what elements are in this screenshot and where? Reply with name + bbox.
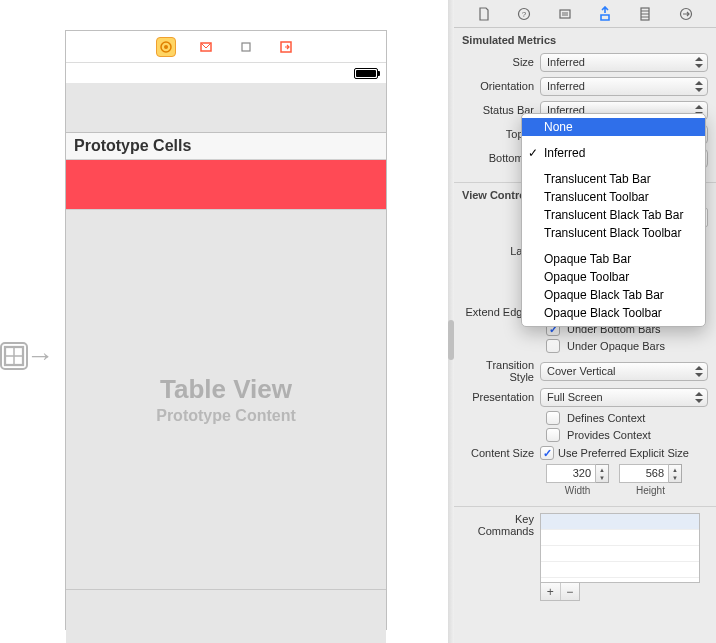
connections-inspector-tab[interactable] — [677, 5, 695, 23]
size-inspector-tab[interactable] — [636, 5, 654, 23]
checkmark-icon: ✓ — [528, 146, 538, 160]
dropdown-item[interactable]: Translucent Tab Bar — [522, 170, 705, 188]
add-button[interactable]: + — [541, 583, 561, 600]
canvas-area[interactable]: → Prototype Cells Table View — [0, 0, 448, 643]
exit-icon[interactable] — [276, 37, 296, 57]
svg-point-4 — [164, 45, 168, 49]
use-preferred-size-checkbox[interactable] — [540, 446, 554, 460]
inspector-tabs: ? — [454, 0, 716, 28]
transition-style-select[interactable]: Cover Vertical — [540, 362, 708, 381]
attributes-inspector-tab[interactable] — [596, 5, 614, 23]
scene-entry-arrow[interactable]: → — [0, 340, 54, 372]
key-commands-list[interactable] — [540, 513, 700, 583]
width-caption: Width — [565, 485, 591, 496]
width-stepper[interactable]: 320 ▲▼ — [546, 464, 609, 483]
table-body-placeholder: Table View Prototype Content — [66, 210, 386, 590]
provides-context-checkbox[interactable] — [546, 428, 560, 442]
simulated-status-bar — [66, 63, 386, 83]
battery-icon — [354, 68, 378, 79]
arrow-right-icon: → — [26, 340, 54, 372]
dropdown-item[interactable]: Translucent Toolbar — [522, 188, 705, 206]
dropdown-item[interactable]: Opaque Black Tab Bar — [522, 286, 705, 304]
presentation-label: Presentation — [462, 391, 540, 403]
size-select[interactable]: Inferred — [540, 53, 708, 72]
list-item[interactable] — [541, 530, 699, 546]
scene-toolbar — [66, 31, 386, 63]
orientation-label: Orientation — [462, 80, 540, 92]
dropdown-item[interactable]: Translucent Black Tab Bar — [522, 206, 705, 224]
svg-text:?: ? — [522, 10, 527, 19]
entry-point-icon — [0, 342, 28, 370]
dropdown-item-inferred[interactable]: ✓Inferred — [522, 144, 705, 162]
content-size-label: Content Size — [462, 447, 540, 459]
section-title: Simulated Metrics — [462, 34, 708, 46]
size-label: Size — [462, 56, 540, 68]
table-placeholder-subtitle: Prototype Content — [156, 407, 296, 425]
exit-placeholder-icon[interactable] — [236, 37, 256, 57]
under-opaque-bars-checkbox[interactable] — [546, 339, 560, 353]
svg-rect-8 — [242, 43, 250, 51]
height-value[interactable]: 568 — [619, 464, 669, 483]
remove-button[interactable]: − — [561, 583, 580, 600]
width-value[interactable]: 320 — [546, 464, 596, 483]
height-caption: Height — [636, 485, 665, 496]
dropdown-item-none[interactable]: None — [522, 118, 705, 136]
key-commands-label: Key Commands — [462, 513, 540, 537]
table-placeholder-title: Table View — [160, 374, 292, 405]
table-view[interactable]: Prototype Cells Table View Prototype Con… — [66, 83, 386, 629]
defines-context-checkbox[interactable] — [546, 411, 560, 425]
view-controller-frame[interactable]: Prototype Cells Table View Prototype Con… — [65, 30, 387, 630]
transition-style-label: Transition Style — [462, 359, 540, 383]
file-inspector-tab[interactable] — [475, 5, 493, 23]
height-stepper[interactable]: 568 ▲▼ — [619, 464, 682, 483]
list-item[interactable] — [541, 562, 699, 578]
dropdown-item[interactable]: Translucent Black Toolbar — [522, 224, 705, 242]
dropdown-item[interactable]: Opaque Toolbar — [522, 268, 705, 286]
view-controller-icon[interactable] — [156, 37, 176, 57]
orientation-select[interactable]: Inferred — [540, 77, 708, 96]
prototype-cells-header: Prototype Cells — [66, 133, 386, 160]
list-item[interactable] — [541, 546, 699, 562]
bottom-bar-dropdown-menu[interactable]: None ✓Inferred Translucent Tab Bar Trans… — [521, 113, 706, 327]
prototype-cell[interactable] — [66, 160, 386, 210]
presentation-select[interactable]: Full Screen — [540, 388, 708, 407]
first-responder-icon[interactable] — [196, 37, 216, 57]
dropdown-item[interactable]: Opaque Tab Bar — [522, 250, 705, 268]
dropdown-item[interactable]: Opaque Black Toolbar — [522, 304, 705, 322]
help-inspector-tab[interactable]: ? — [515, 5, 533, 23]
provides-context-label: Provides Context — [567, 429, 651, 441]
under-opaque-bars-label: Under Opaque Bars — [567, 340, 665, 352]
use-preferred-size-label: Use Preferred Explicit Size — [558, 447, 689, 459]
svg-rect-12 — [560, 10, 570, 18]
identity-inspector-tab[interactable] — [556, 5, 574, 23]
list-item[interactable] — [541, 514, 699, 530]
key-commands-section: Key Commands + − — [454, 507, 716, 615]
defines-context-label: Defines Context — [567, 412, 645, 424]
